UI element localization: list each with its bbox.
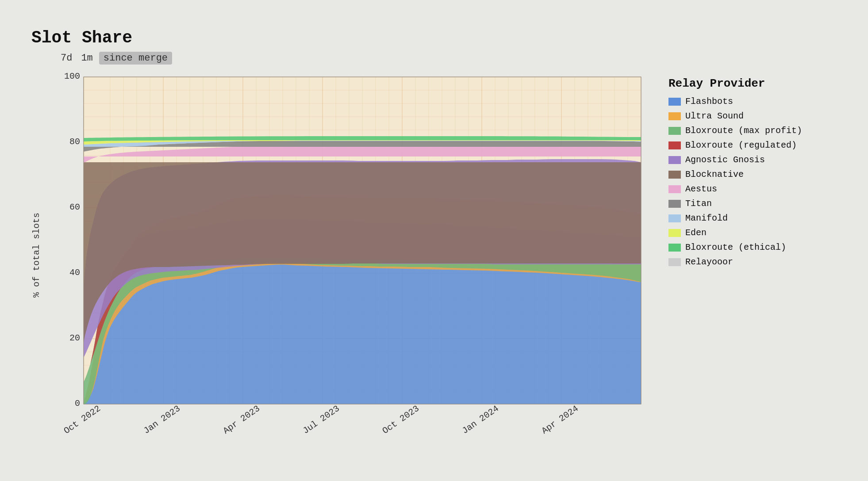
svg-text:Oct 2023: Oct 2023	[380, 404, 421, 435]
legend-color-swatch	[668, 98, 681, 106]
svg-text:Apr 2023: Apr 2023	[221, 404, 262, 435]
legend: Relay Provider Flashbots Ultra Sound Blo…	[668, 73, 837, 437]
time-btn-7d[interactable]: 7d	[58, 52, 75, 65]
legend-item-label: Flashbots	[685, 96, 733, 107]
legend-color-swatch	[668, 127, 681, 135]
legend-item: Bloxroute (ethical)	[668, 242, 837, 252]
svg-text:Oct 2022: Oct 2022	[62, 404, 103, 435]
legend-item-label: Relayooor	[685, 257, 733, 267]
legend-items-container: Flashbots Ultra Sound Bloxroute (max pro…	[668, 96, 837, 267]
time-btn-since-merge[interactable]: since merge	[99, 52, 172, 65]
legend-item-label: Aestus	[685, 184, 717, 194]
legend-title: Relay Provider	[668, 77, 837, 90]
legend-item-label: Bloxroute (ethical)	[685, 242, 786, 252]
legend-item: Manifold	[668, 213, 837, 223]
legend-item: Blocknative	[668, 169, 837, 179]
legend-item-label: Bloxroute (regulated)	[685, 140, 797, 150]
legend-color-swatch	[668, 141, 681, 149]
legend-item-label: Titan	[685, 199, 712, 209]
time-controls: 7d 1m since merge	[58, 52, 837, 65]
chart-wrapper: 0 20 40 60 80 100 Oct 2022 Jan 2023 Apr …	[57, 73, 655, 437]
legend-color-swatch	[668, 229, 681, 237]
svg-text:100: 100	[64, 73, 80, 81]
svg-text:Jan 2024: Jan 2024	[460, 404, 501, 435]
svg-text:Jan 2023: Jan 2023	[142, 404, 182, 435]
legend-color-swatch	[668, 200, 681, 208]
legend-item-label: Agnostic Gnosis	[685, 155, 765, 165]
legend-color-swatch	[668, 244, 681, 252]
legend-item-label: Ultra Sound	[685, 111, 744, 121]
legend-item: Flashbots	[668, 96, 837, 107]
time-btn-1m[interactable]: 1m	[78, 52, 95, 65]
legend-item-label: Bloxroute (max profit)	[685, 126, 802, 136]
page-title: Slot Share	[31, 28, 837, 47]
legend-item: Aestus	[668, 184, 837, 194]
svg-text:20: 20	[69, 333, 80, 343]
legend-item: Bloxroute (max profit)	[668, 126, 837, 136]
legend-color-swatch	[668, 258, 681, 266]
legend-item-label: Manifold	[685, 213, 728, 223]
legend-color-swatch	[668, 156, 681, 164]
legend-item: Eden	[668, 228, 837, 238]
legend-item: Relayooor	[668, 257, 837, 267]
svg-text:80: 80	[69, 137, 80, 147]
legend-color-swatch	[668, 214, 681, 222]
legend-item: Ultra Sound	[668, 111, 837, 121]
svg-text:0: 0	[75, 398, 80, 408]
legend-item-label: Blocknative	[685, 169, 744, 179]
legend-color-swatch	[668, 171, 681, 179]
legend-color-swatch	[668, 112, 681, 120]
legend-item: Titan	[668, 199, 837, 209]
y-axis-label: % of total slots	[31, 73, 42, 437]
svg-text:40: 40	[69, 267, 80, 278]
legend-item: Agnostic Gnosis	[668, 155, 837, 165]
svg-text:60: 60	[69, 202, 80, 212]
legend-item-label: Eden	[685, 228, 707, 238]
legend-color-swatch	[668, 185, 681, 193]
legend-item: Bloxroute (regulated)	[668, 140, 837, 150]
svg-text:Apr 2024: Apr 2024	[540, 404, 580, 435]
svg-text:Jul 2023: Jul 2023	[301, 404, 342, 435]
chart-svg: 0 20 40 60 80 100 Oct 2022 Jan 2023 Apr …	[57, 73, 650, 435]
